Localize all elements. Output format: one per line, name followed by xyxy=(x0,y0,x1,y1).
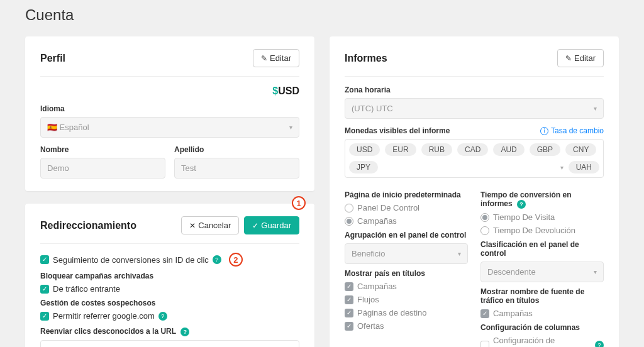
allow-referrer-checkbox[interactable]: ✓ xyxy=(40,312,49,321)
redirect-card: 1 Redireccionamiento ✕ Cancelar ✓ Guarda… xyxy=(25,204,314,347)
cancel-label: Cancelar xyxy=(198,221,231,230)
block-archived-label: Bloquear campañas archivadas xyxy=(40,272,299,280)
save-label: Guardar xyxy=(261,221,291,230)
exchange-rate-link[interactable]: i Tasa de cambio xyxy=(540,126,604,135)
annotation-2: 2 xyxy=(229,253,243,267)
profile-title: Perfil xyxy=(40,53,65,64)
currency-pill[interactable]: USD xyxy=(349,143,380,156)
return-time-radio[interactable] xyxy=(480,226,489,235)
dashboard-sort-select[interactable]: Descendente ▾ xyxy=(480,262,604,282)
currencies-select[interactable]: USD EUR RUB CAD AUD GBP CNY JPY ▾ UAH xyxy=(345,139,604,178)
timezone-value: (UTC) UTC xyxy=(352,104,393,113)
dashboard-group-select[interactable]: Beneficio ▾ xyxy=(345,243,468,264)
currency-pill[interactable]: GBP xyxy=(530,143,560,156)
show-source-label: Mostrar nombre de fuente de tráfico en t… xyxy=(480,287,604,305)
help-icon[interactable]: ? xyxy=(213,255,221,264)
default-home-label: Página de inicio predeterminada xyxy=(345,190,468,199)
home-dashboard-label: Panel De Control xyxy=(357,203,419,212)
currencies-label: Monedas visibles del informe xyxy=(345,126,450,135)
edit-icon: ✎ xyxy=(261,54,267,63)
edit-reports-button[interactable]: ✎ Editar xyxy=(557,49,604,67)
source-campaigns-check[interactable]: ✓ xyxy=(480,309,489,318)
home-campaigns-label: Campañas xyxy=(357,216,397,226)
suspicious-cost-label: Gestión de costes sospechosos xyxy=(40,299,299,307)
country-lp-check[interactable]: ✓ xyxy=(345,309,353,317)
reports-title: Informes xyxy=(345,53,387,64)
currency-pill[interactable]: UAH xyxy=(569,161,599,174)
last-name-label: Apellido xyxy=(174,145,299,154)
info-icon: i xyxy=(540,127,548,135)
edit-label: Editar xyxy=(270,53,291,63)
incoming-traffic-label: De tráfico entrante xyxy=(53,284,120,294)
columns-label: Configuración de columnas xyxy=(480,323,604,332)
profile-card: Perfil ✎ Editar $USD Idioma 🇪🇸 Español ▾ xyxy=(25,36,314,191)
chevron-down-icon: ▾ xyxy=(594,268,597,275)
currency-pill[interactable]: AUD xyxy=(493,143,524,156)
chevron-down-icon: ▾ xyxy=(289,124,292,131)
language-value: 🇪🇸 Español xyxy=(47,123,89,132)
timezone-select[interactable]: (UTC) UTC ▾ xyxy=(345,98,604,119)
incoming-traffic-checkbox[interactable]: ✓ xyxy=(40,285,49,294)
language-select[interactable]: 🇪🇸 Español ▾ xyxy=(40,117,299,138)
close-icon: ✕ xyxy=(189,221,196,230)
country-campaigns-check[interactable]: ✓ xyxy=(345,282,353,291)
currency-symbol-icon: $ xyxy=(272,85,278,96)
country-offers-check[interactable]: ✓ xyxy=(345,322,353,331)
currency-code: USD xyxy=(278,85,299,96)
help-icon[interactable]: ? xyxy=(180,328,189,336)
help-icon[interactable]: ? xyxy=(517,200,526,209)
independent-columns-check[interactable] xyxy=(480,341,489,347)
page-title: Cuenta xyxy=(25,6,619,24)
allow-referrer-label: Permitir referrer google.com xyxy=(53,311,155,321)
currency-pill[interactable]: JPY xyxy=(349,161,378,174)
conversion-time-label: Tiempo de conversión en informes ? xyxy=(480,190,604,209)
edit-label: Editar xyxy=(574,53,596,63)
visit-time-radio[interactable] xyxy=(480,213,489,222)
account-currency: $USD xyxy=(40,85,299,97)
first-name-input[interactable]: Demo xyxy=(40,158,165,179)
last-name-input[interactable]: Test xyxy=(174,158,299,179)
edit-profile-button[interactable]: ✎ Editar xyxy=(253,49,299,67)
language-label: Idioma xyxy=(40,104,299,113)
currency-pill[interactable]: RUB xyxy=(421,143,452,156)
home-campaigns-radio[interactable] xyxy=(345,217,353,226)
chevron-down-icon: ▾ xyxy=(594,105,597,112)
forward-url-input[interactable] xyxy=(40,340,299,347)
dashboard-group-label: Agrupación en el panel de control xyxy=(345,231,468,240)
currency-pill[interactable]: EUR xyxy=(385,143,416,156)
help-icon[interactable]: ? xyxy=(158,312,167,321)
annotation-1: 1 xyxy=(292,196,306,210)
redirect-title: Redireccionamiento xyxy=(40,220,136,231)
edit-icon: ✎ xyxy=(565,54,572,63)
first-name-label: Nombre xyxy=(40,145,165,154)
check-icon: ✓ xyxy=(252,221,258,230)
tracking-label: Seguimiento de conversiones sin ID de cl… xyxy=(53,255,209,265)
home-dashboard-radio[interactable] xyxy=(345,204,353,212)
country-flows-check[interactable]: ✓ xyxy=(345,295,353,304)
currency-pill[interactable]: CNY xyxy=(565,143,596,156)
reports-card: Informes ✎ Editar Zona horaria (UTC) UTC… xyxy=(330,36,619,347)
save-button[interactable]: ✓ Guardar xyxy=(244,216,299,234)
timezone-label: Zona horaria xyxy=(345,85,604,94)
currency-pill[interactable]: CAD xyxy=(457,143,488,156)
help-icon[interactable]: ? xyxy=(595,341,604,347)
tracking-checkbox[interactable]: ✓ xyxy=(40,255,49,264)
dashboard-sort-label: Clasificación en el panel de control xyxy=(480,240,604,258)
show-country-label: Mostrar país en títulos xyxy=(345,269,468,278)
chevron-down-icon: ▾ xyxy=(560,164,564,171)
cancel-button[interactable]: ✕ Cancelar xyxy=(181,216,239,234)
chevron-down-icon: ▾ xyxy=(458,250,461,257)
forward-clicks-label: Reenviar clics desconocidos a la URL ? xyxy=(40,327,299,336)
